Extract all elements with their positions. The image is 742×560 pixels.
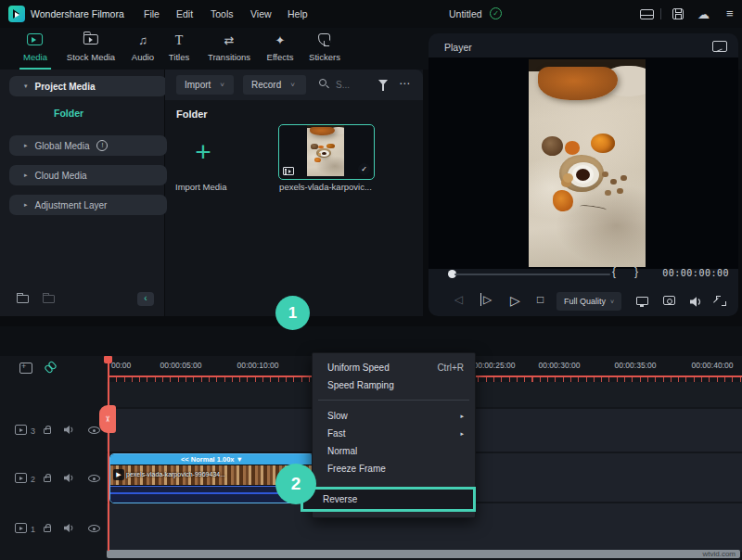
clip-play-icon: ▶: [113, 469, 124, 480]
menu-item-normal[interactable]: Normal: [313, 442, 475, 460]
search-icon[interactable]: [319, 79, 326, 86]
caret-down-icon: ˅: [290, 81, 295, 89]
track-type-icon: [15, 425, 27, 435]
sidebar-project-media[interactable]: ▾ Project Media: [9, 76, 167, 96]
lock-track-icon[interactable]: [44, 477, 51, 482]
menu-view[interactable]: View: [250, 8, 272, 19]
stock-media-icon: [83, 34, 98, 45]
filter-icon[interactable]: [378, 80, 388, 85]
video-preview-frame: [529, 59, 646, 267]
clip-speed-label[interactable]: << Normal 1.00x ▼: [110, 454, 313, 465]
search-input[interactable]: S...: [336, 80, 350, 90]
media-thumbnail[interactable]: ✓: [278, 124, 375, 180]
brand-name: Wondershare Filmora: [31, 8, 124, 19]
fullscreen-icon[interactable]: [716, 296, 726, 306]
tree-collapsed-icon: ▸: [24, 172, 28, 179]
workspace-layout-icon[interactable]: [640, 9, 654, 19]
menubar: Wondershare Filmora File Edit Tools View…: [0, 0, 742, 28]
split-at-playhead-button[interactable]: ✂: [99, 405, 116, 433]
clip-name: pexels-vlada-karpovich-9969434...: [126, 471, 225, 477]
mark-in-icon[interactable]: {: [612, 265, 616, 278]
menu-edit[interactable]: Edit: [176, 8, 193, 19]
playhead-handle[interactable]: [104, 356, 112, 363]
play-button[interactable]: ▷: [510, 293, 520, 308]
menu-help[interactable]: Help: [288, 8, 308, 19]
tab-media[interactable]: Media: [23, 33, 47, 62]
save-icon[interactable]: [672, 8, 684, 19]
media-thumbnail-label: pexels-vlada-karpovic...: [278, 182, 373, 192]
record-dropdown[interactable]: Record ˅: [243, 75, 306, 95]
menu-file[interactable]: File: [144, 8, 160, 19]
tab-stock-media[interactable]: Stock Media: [67, 33, 115, 62]
more-options-icon[interactable]: ⋯: [399, 78, 410, 89]
collapse-sidebar-button[interactable]: ‹: [137, 292, 154, 306]
hide-track-icon[interactable]: [88, 475, 100, 482]
track-header-2: 2: [0, 453, 107, 502]
project-name: Untitled: [449, 8, 482, 19]
lock-track-icon[interactable]: [44, 527, 51, 532]
filmora-app: Wondershare Filmora File Edit Tools View…: [0, 0, 742, 560]
shortcut-label: Ctrl+R: [437, 363, 464, 373]
mark-out-icon[interactable]: }: [634, 265, 638, 278]
playhead-line[interactable]: [108, 356, 109, 551]
sidebar-global-media[interactable]: ▸ Global Media !: [9, 135, 167, 156]
plus-icon: +: [195, 136, 211, 168]
step-forward-icon[interactable]: ▷: [480, 293, 492, 306]
tab-stickers[interactable]: Stickers: [309, 33, 340, 62]
effects-icon: ✦: [267, 33, 294, 49]
track-header-3: 3: [0, 409, 107, 452]
project-saved-check-icon: ✓: [490, 7, 502, 19]
menu-item-fast[interactable]: Fast ▸: [313, 425, 475, 442]
video-clip-icon: [283, 167, 294, 175]
tree-expanded-icon: ▾: [24, 83, 28, 90]
tab-transitions[interactable]: ⇄ Transitions: [208, 33, 250, 62]
caret-down-icon: ˅: [610, 299, 614, 305]
add-media-to-track-icon[interactable]: [21, 364, 32, 374]
sidebar-folder-selected[interactable]: Folder: [54, 108, 83, 119]
menu-item-slow[interactable]: Slow ▸: [313, 407, 475, 425]
snapshot-camera-icon[interactable]: [663, 296, 675, 305]
volume-speaker-icon[interactable]: [689, 296, 703, 308]
sidebar-cloud-media[interactable]: ▸ Cloud Media: [9, 165, 167, 185]
menu-tools[interactable]: Tools: [211, 8, 234, 19]
menu-item-reverse[interactable]: Reverse: [301, 487, 476, 512]
step-2-badge: 2: [275, 464, 316, 504]
hide-track-icon[interactable]: [88, 426, 100, 434]
track-header-1: 1: [0, 503, 107, 552]
hamburger-menu-icon[interactable]: ≡: [726, 7, 734, 19]
previous-frame-icon[interactable]: ◁: [454, 293, 463, 306]
media-icon: [28, 33, 44, 45]
menu-item-uniform-speed[interactable]: Uniform Speed Ctrl+R: [313, 359, 475, 376]
hide-track-icon[interactable]: [88, 525, 100, 532]
stop-button[interactable]: □: [537, 293, 544, 306]
mirror-display-icon[interactable]: [636, 297, 648, 305]
horizontal-scrollbar[interactable]: wtvid.com: [107, 550, 740, 558]
tab-effects[interactable]: ✦ Effects: [267, 33, 294, 62]
tree-collapsed-icon: ▸: [24, 142, 28, 149]
selected-check-icon: ✓: [358, 163, 370, 175]
caret-down-icon: ˅: [220, 81, 224, 89]
stickers-icon: [318, 33, 330, 45]
quality-selector[interactable]: Full Quality ˅: [556, 292, 621, 311]
scissors-icon: ✂: [103, 415, 112, 423]
lock-track-icon[interactable]: [44, 428, 51, 434]
import-dropdown[interactable]: Import ˅: [176, 75, 234, 95]
mute-track-icon[interactable]: [63, 473, 75, 483]
mute-track-icon[interactable]: [63, 425, 75, 435]
tab-audio[interactable]: ♫ Audio: [132, 33, 154, 62]
import-media-tile[interactable]: +: [174, 128, 232, 176]
mute-track-icon[interactable]: [63, 523, 75, 533]
import-media-label: Import Media: [175, 182, 226, 192]
auto-ripple-link-icon[interactable]: [45, 362, 56, 373]
render-preview-icon[interactable]: [712, 41, 727, 52]
playback-scrubber-track[interactable]: [454, 274, 610, 275]
tab-titles[interactable]: T Titles: [169, 33, 189, 62]
player-viewport: [429, 57, 738, 269]
menu-separator: [318, 400, 469, 401]
delete-folder-icon[interactable]: [43, 295, 55, 303]
menu-item-freeze-frame[interactable]: Freeze Frame: [313, 460, 475, 477]
cloud-upload-icon[interactable]: ☁: [697, 7, 710, 21]
new-folder-icon[interactable]: [17, 295, 29, 303]
sidebar-adjustment-layer[interactable]: ▸ Adjustment Layer: [9, 195, 167, 215]
menu-item-speed-ramping[interactable]: Speed Ramping: [313, 376, 475, 394]
